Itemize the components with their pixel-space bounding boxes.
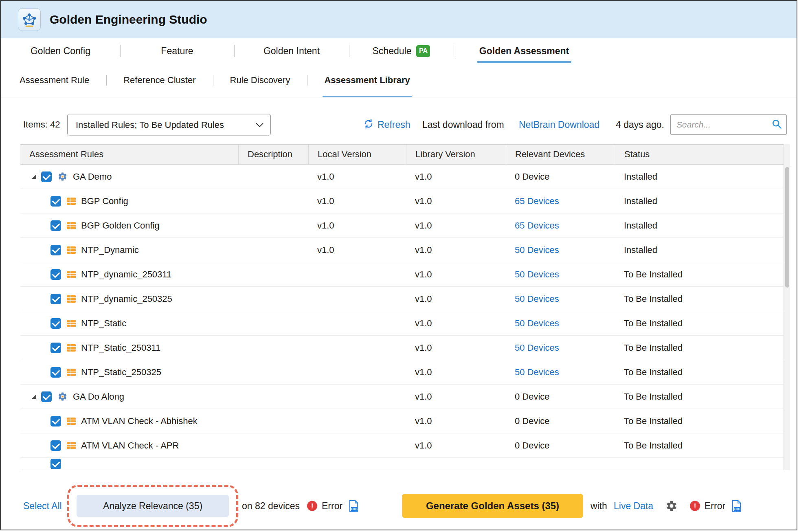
devices-count[interactable]: 50 Devices <box>515 269 559 280</box>
relevant-devices-cell <box>506 458 615 470</box>
local-version-cell <box>308 409 406 433</box>
row-checkbox[interactable] <box>41 171 52 182</box>
library-version-cell: v1.0 <box>406 262 506 286</box>
tab-label: Golden Config <box>31 46 90 57</box>
relevant-devices-cell: 50 Devices <box>506 336 615 360</box>
tab-schedule[interactable]: Schedule PA <box>349 38 454 64</box>
devices-count[interactable]: 50 Devices <box>515 318 559 329</box>
scrollbar-thumb[interactable] <box>785 167 789 288</box>
row-checkbox[interactable] <box>50 416 61 426</box>
relevant-devices-cell: 50 Devices <box>506 287 615 311</box>
column-header-assessment-rules: Assessment Rules <box>20 145 238 164</box>
relevant-devices-cell: 50 Devices <box>506 238 615 262</box>
tab-assessment-rule[interactable]: Assessment Rule <box>20 64 106 97</box>
tab-label: Schedule <box>373 46 412 57</box>
library-version-cell: v1.0 <box>406 287 506 311</box>
table-row[interactable] <box>20 458 784 470</box>
table-row[interactable]: BGP Golden Config v1.0 v1.0 65 Devices I… <box>20 213 784 238</box>
select-all-link[interactable]: Select All <box>23 501 62 512</box>
tab-assessment-library[interactable]: Assessment Library <box>307 64 427 97</box>
row-checkbox[interactable] <box>50 367 61 378</box>
table-row[interactable]: ATM VLAN Check - APR v1.0 0 Device To Be… <box>20 433 784 458</box>
tab-reference-cluster[interactable]: Reference Cluster <box>106 64 213 97</box>
table-body: GA Demo v1.0 v1.0 0 Device Installed BGP… <box>20 165 784 470</box>
rule-name: GA Demo <box>73 171 112 182</box>
download-age-label: 4 days ago. <box>616 119 664 130</box>
row-checkbox[interactable] <box>50 294 61 304</box>
rule-icon <box>66 221 76 230</box>
local-version-cell <box>308 433 406 457</box>
netbrain-download-link[interactable]: NetBrain Download <box>519 119 599 130</box>
rule-name: NTP_Static_250325 <box>81 367 161 378</box>
table-row[interactable]: NTP_Static_250325 v1.0 50 Devices To Be … <box>20 360 784 385</box>
table-row[interactable]: NTP_Static_250311 v1.0 50 Devices To Be … <box>20 336 784 360</box>
devices-count[interactable]: 50 Devices <box>515 367 559 378</box>
row-checkbox[interactable] <box>50 459 61 469</box>
assessment-rules-table: Assessment Rules Description Local Versi… <box>20 144 790 470</box>
table-row[interactable]: ATM VLAN Check - Abhishek v1.0 0 Device … <box>20 409 784 433</box>
description-cell <box>238 336 308 360</box>
devices-count[interactable]: 50 Devices <box>515 294 559 304</box>
rule-name-cell: GA Do Along <box>20 385 238 409</box>
row-checkbox[interactable] <box>50 440 61 451</box>
refresh-button[interactable]: Refresh <box>363 119 410 131</box>
devices-count[interactable]: 50 Devices <box>515 343 559 353</box>
tab-golden-config[interactable]: Golden Config <box>1 38 120 64</box>
table-row[interactable]: NTP_Static v1.0 50 Devices To Be Install… <box>20 311 784 336</box>
table-row[interactable]: NTP_dynamic_250325 v1.0 50 Devices To Be… <box>20 287 784 311</box>
row-checkbox[interactable] <box>50 220 61 231</box>
generate-golden-assets-button[interactable]: Generate Golden Assets (35) <box>402 494 583 518</box>
rule-name: GA Do Along <box>73 391 124 402</box>
table-row[interactable]: GA Do Along v1.0 0 Device To Be Installe… <box>20 385 784 409</box>
expand-arrow-icon[interactable] <box>32 174 36 179</box>
devices-count[interactable]: 50 Devices <box>515 245 559 255</box>
table-row[interactable]: BGP Config v1.0 v1.0 65 Devices Installe… <box>20 189 784 213</box>
column-header-relevant-devices: Relevant Devices <box>506 145 615 164</box>
search-icon[interactable] <box>771 119 782 131</box>
expand-arrow-icon[interactable] <box>32 394 36 399</box>
table-row[interactable]: NTP_dynamic_250311 v1.0 50 Devices To Be… <box>20 262 784 287</box>
relevant-devices-cell: 50 Devices <box>506 360 615 384</box>
devices-count[interactable]: 65 Devices <box>515 220 559 231</box>
rule-name-cell: NTP_dynamic_250325 <box>20 287 238 311</box>
local-version-cell <box>308 336 406 360</box>
column-header-local-version: Local Version <box>308 145 406 164</box>
tab-rule-discovery[interactable]: Rule Discovery <box>213 64 307 97</box>
row-checkbox[interactable] <box>50 245 61 255</box>
tab-feature[interactable]: Feature <box>120 38 234 64</box>
local-version-cell <box>308 385 406 409</box>
with-label: with <box>590 501 607 512</box>
toolbar: Items: 42 Installed Rules; To Be Updated… <box>1 97 797 144</box>
relevant-devices-cell: 0 Device <box>506 409 615 433</box>
rules-filter-dropdown[interactable]: Installed Rules; To Be Updated Rules <box>67 114 271 136</box>
devices-count: 0 Device <box>515 440 550 451</box>
devices-count[interactable]: 65 Devices <box>515 196 559 207</box>
row-checkbox[interactable] <box>50 343 61 353</box>
live-data-link[interactable]: Live Data <box>614 501 653 512</box>
table-row[interactable]: GA Demo v1.0 v1.0 0 Device Installed <box>20 165 784 189</box>
annotation-highlight: Analyze Relevance (35) <box>67 485 238 527</box>
column-header-library-version: Library Version <box>406 145 506 164</box>
tab-golden-assessment[interactable]: Golden Assessment <box>454 38 595 64</box>
table-row[interactable]: NTP_Dynamic v1.0 v1.0 50 Devices Install… <box>20 238 784 262</box>
row-checkbox[interactable] <box>41 391 52 402</box>
sub-tab-bar: Assessment Rule Reference Cluster Rule D… <box>1 64 797 97</box>
vertical-scrollbar[interactable] <box>784 144 790 470</box>
table-header-row: Assessment Rules Description Local Versi… <box>20 144 784 165</box>
rule-name-cell: ATM VLAN Check - APR <box>20 433 238 457</box>
row-checkbox[interactable] <box>50 318 61 329</box>
analyze-relevance-button[interactable]: Analyze Relevance (35) <box>77 495 229 517</box>
local-version-cell <box>308 287 406 311</box>
log-icon[interactable]: LOG <box>349 500 359 512</box>
status-cell: To Be Installed <box>615 262 784 286</box>
search-input[interactable] <box>676 120 771 130</box>
log-icon[interactable]: LOG <box>731 500 742 512</box>
row-checkbox[interactable] <box>50 196 61 207</box>
description-cell <box>238 189 308 213</box>
tab-golden-intent[interactable]: Golden Intent <box>234 38 349 64</box>
tab-label: Assessment Library <box>324 75 410 86</box>
svg-text:LOG: LOG <box>351 507 358 511</box>
devices-count: 0 Device <box>515 416 550 426</box>
row-checkbox[interactable] <box>50 269 61 280</box>
settings-gear-icon[interactable] <box>665 500 678 512</box>
